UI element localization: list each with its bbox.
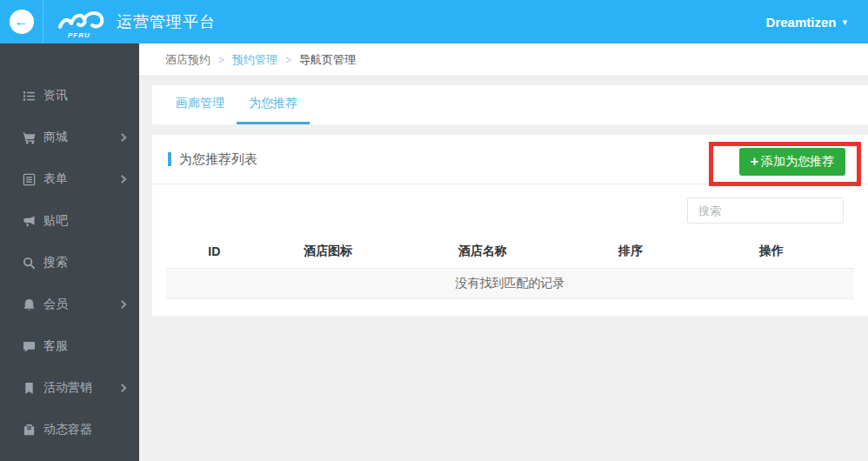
tab-gallery-management[interactable]: 画廊管理 (164, 85, 237, 124)
search-input[interactable] (687, 197, 844, 224)
form-icon (22, 172, 36, 186)
sidebar: 资讯 商城 表单 贴吧 (0, 43, 139, 461)
sidebar-item-forms[interactable]: 表单 (0, 158, 139, 200)
chevron-right-icon (118, 300, 127, 309)
breadcrumb-item-booking-management[interactable]: 预约管理 (232, 52, 277, 68)
sidebar-item-search[interactable]: 搜索 (0, 242, 139, 284)
sidebar-item-label: 活动营销 (43, 380, 92, 396)
chevron-right-icon (118, 175, 127, 184)
sidebar-item-label: 动态容器 (43, 422, 92, 438)
back-arrow-icon: ← (10, 10, 34, 34)
empty-state-text: 没有找到匹配的记录 (166, 268, 854, 298)
add-recommend-button[interactable]: + 添加为您推荐 (739, 148, 845, 176)
comment-icon (22, 339, 36, 353)
user-menu[interactable]: Dreamtizen ▾ (766, 15, 868, 30)
sidebar-item-label: 资讯 (43, 88, 68, 104)
sidebar-item-dynamic-container[interactable]: 动态容器 (0, 409, 139, 451)
user-menu-label: Dreamtizen (766, 15, 837, 30)
breadcrumb-separator-icon: > (218, 54, 224, 66)
sidebar-item-mall[interactable]: 商城 (0, 117, 139, 158)
column-header-id: ID (166, 235, 263, 268)
breadcrumb: 酒店预约 > 预约管理 > 导航页管理 (139, 43, 868, 77)
logo-swoosh-icon: PFRU (57, 6, 111, 37)
bullhorn-icon (22, 214, 36, 228)
column-header-sort: 排序 (572, 235, 689, 268)
search-box (687, 197, 844, 224)
top-header: ← PFRU 运营管理平台 Dreamtizen ▾ (0, 0, 868, 43)
sidebar-item-members[interactable]: 会员 (0, 284, 139, 325)
breadcrumb-item-current: 导航页管理 (299, 52, 356, 68)
sidebar-item-label: 贴吧 (43, 213, 68, 229)
column-header-hotel-icon: 酒店图标 (263, 235, 393, 268)
back-button[interactable]: ← (0, 0, 43, 43)
sidebar-item-support[interactable]: 客服 (0, 325, 139, 367)
recommend-list-panel: 为您推荐列表 + 添加为您推荐 ID 酒店图标 酒店名称 排序 操作 (152, 135, 868, 316)
bell-icon (22, 297, 36, 311)
sidebar-item-marketing[interactable]: 活动营销 (0, 367, 139, 409)
app-logo: PFRU 运营管理平台 (43, 6, 216, 37)
recommend-table: ID 酒店图标 酒店名称 排序 操作 没有找到匹配的记录 (166, 235, 854, 299)
container-icon (22, 423, 36, 437)
add-recommend-button-label: 添加为您推荐 (761, 154, 834, 170)
app-title: 运营管理平台 (117, 11, 216, 32)
tab-recommended-for-you[interactable]: 为您推荐 (237, 85, 310, 124)
sidebar-item-label: 搜索 (43, 255, 68, 271)
chevron-right-icon (118, 133, 127, 142)
search-icon (22, 256, 36, 270)
breadcrumb-item-hotel-booking: 酒店预约 (165, 52, 210, 68)
main-content: 酒店预约 > 预约管理 > 导航页管理 画廊管理 为您推荐 为您推荐列表 + 添… (139, 43, 868, 461)
chevron-right-icon (118, 384, 127, 392)
table-header-row: ID 酒店图标 酒店名称 排序 操作 (166, 235, 854, 268)
sidebar-item-forum[interactable]: 贴吧 (0, 200, 139, 242)
table-empty-row: 没有找到匹配的记录 (166, 268, 854, 298)
plus-icon: + (751, 155, 758, 169)
cart-icon (22, 130, 36, 144)
tabs-bar: 画廊管理 为您推荐 (152, 85, 868, 124)
sidebar-item-news[interactable]: 资讯 (0, 75, 139, 117)
sidebar-item-label: 表单 (43, 171, 68, 187)
column-header-hotel-name: 酒店名称 (393, 235, 572, 268)
bookmark-icon (22, 381, 36, 395)
panel-title: 为您推荐列表 (179, 151, 257, 168)
sidebar-item-label: 客服 (43, 338, 68, 354)
app-window: ← PFRU 运营管理平台 Dreamtizen ▾ (0, 0, 868, 461)
title-accent-bar (168, 152, 171, 166)
sidebar-item-label: 商城 (43, 130, 68, 145)
caret-down-icon: ▾ (842, 17, 847, 27)
breadcrumb-separator-icon: > (285, 54, 291, 66)
list-icon (22, 89, 36, 103)
logo-subtext: PFRU (68, 31, 90, 39)
sidebar-item-label: 会员 (43, 297, 68, 312)
column-header-actions: 操作 (689, 235, 854, 268)
